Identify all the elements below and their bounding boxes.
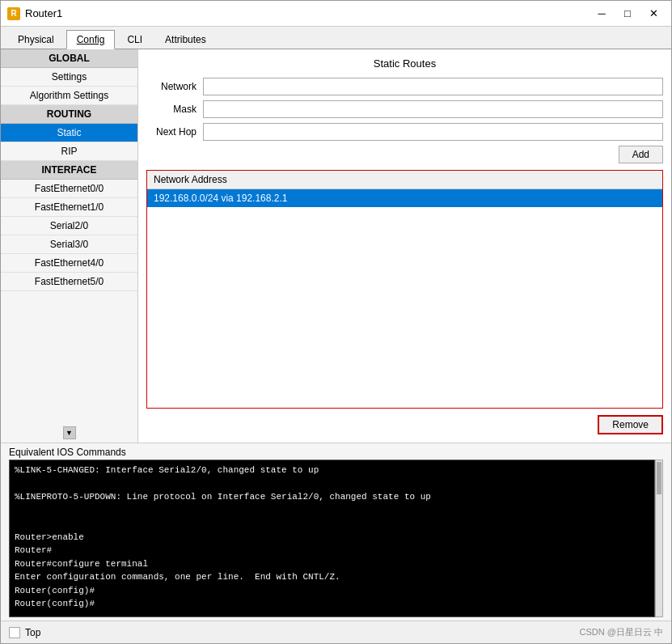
top-label: Top	[25, 627, 40, 638]
next-hop-row: Next Hop	[146, 123, 663, 141]
network-input[interactable]	[203, 78, 663, 95]
add-row: Add	[146, 146, 663, 163]
window-controls: ─ □ ✕	[590, 4, 665, 23]
close-button[interactable]: ✕	[642, 4, 665, 23]
sidebar-section-routing: ROUTING	[1, 105, 137, 124]
maximize-button[interactable]: □	[616, 4, 639, 23]
panel-title: Static Routes	[146, 57, 663, 70]
window-title: Router1	[25, 7, 590, 19]
remove-row: Remove	[146, 415, 663, 434]
console-scrollbar[interactable]	[655, 460, 663, 617]
console-area[interactable]: %LINK-5-CHANGED: Interface Serial2/0, ch…	[9, 460, 655, 617]
network-table-row[interactable]: 192.168.0.0/24 via 192.168.2.1	[147, 189, 662, 207]
sidebar-item-rip[interactable]: RIP	[1, 142, 137, 161]
remove-button[interactable]: Remove	[598, 415, 663, 434]
tab-cli[interactable]: CLI	[116, 30, 153, 49]
watermark: CSDN @日星日云 中	[580, 626, 663, 638]
network-table: Network Address 192.168.0.0/24 via 192.1…	[146, 170, 663, 409]
status-left: Top	[9, 627, 40, 638]
network-label: Network	[146, 81, 203, 92]
minimize-button[interactable]: ─	[590, 4, 613, 23]
next-hop-label: Next Hop	[146, 126, 203, 138]
main-window: R Router1 ─ □ ✕ Physical Config CLI Attr…	[0, 0, 672, 644]
sidebar: GLOBAL Settings Algorithm Settings ROUTI…	[1, 49, 138, 443]
sidebar-item-serial2-0[interactable]: Serial2/0	[1, 217, 137, 235]
network-table-header: Network Address	[147, 171, 662, 189]
add-button[interactable]: Add	[619, 146, 663, 163]
sidebar-section-global: GLOBAL	[1, 49, 137, 68]
sidebar-item-settings[interactable]: Settings	[1, 68, 137, 87]
sidebar-item-static[interactable]: Static	[1, 124, 137, 142]
scrollbar-thumb	[657, 462, 661, 494]
console-wrapper: %LINK-5-CHANGED: Interface Serial2/0, ch…	[9, 460, 663, 617]
bottom-panel: Equivalent IOS Commands %LINK-5-CHANGED:…	[1, 443, 671, 621]
sidebar-item-serial3-0[interactable]: Serial3/0	[1, 235, 137, 254]
sidebar-item-fastethernet5-0[interactable]: FastEthernet5/0	[1, 273, 137, 291]
status-bar: Top CSDN @日星日云 中	[1, 621, 671, 643]
mask-label: Mask	[146, 104, 203, 115]
tab-config[interactable]: Config	[66, 30, 116, 49]
mask-input[interactable]	[203, 100, 663, 118]
title-bar: R Router1 ─ □ ✕	[1, 1, 671, 27]
sidebar-item-algorithm-settings[interactable]: Algorithm Settings	[1, 87, 137, 105]
network-row: Network	[146, 78, 663, 95]
sidebar-item-fastethernet0-0[interactable]: FastEthernet0/0	[1, 180, 137, 198]
sidebar-section-interface: INTERFACE	[1, 161, 137, 180]
tab-bar: Physical Config CLI Attributes	[1, 27, 671, 49]
right-panel: Static Routes Network Mask Next Hop Add …	[138, 49, 671, 443]
next-hop-input[interactable]	[203, 123, 663, 141]
window-icon: R	[7, 7, 20, 20]
sidebar-item-fastethernet4-0[interactable]: FastEthernet4/0	[1, 254, 137, 273]
tab-attributes[interactable]: Attributes	[154, 30, 217, 49]
mask-row: Mask	[146, 100, 663, 118]
tab-physical[interactable]: Physical	[7, 30, 65, 49]
sidebar-item-fastethernet1-0[interactable]: FastEthernet1/0	[1, 198, 137, 217]
top-checkbox[interactable]	[9, 627, 20, 638]
main-content: GLOBAL Settings Algorithm Settings ROUTI…	[1, 49, 671, 443]
equivalent-label: Equivalent IOS Commands	[1, 443, 671, 460]
